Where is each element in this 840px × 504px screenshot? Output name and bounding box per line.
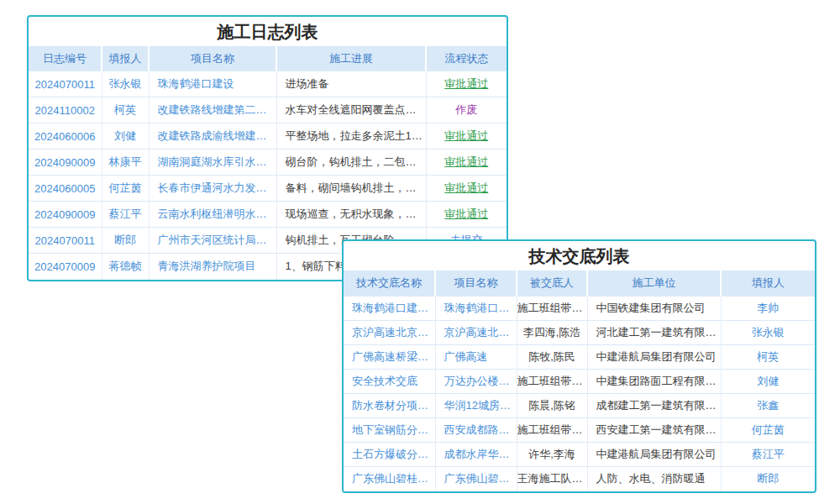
table-row: 珠海鹤港口建设抗浮...珠海鹤港口建设施工班组带班...中国铁建集团有限公司李帅 (344, 297, 815, 321)
log-id-link[interactable]: 2024090009 (29, 150, 102, 176)
receiver-text: 施工班组带班... (517, 370, 587, 394)
reporter-link[interactable]: 蒋德帧 (102, 254, 149, 280)
project-name-link[interactable]: 广州市天河区统计局机房... (149, 228, 276, 254)
progress-text: 备料，砌间墙钩机排土，瓦工... (276, 176, 426, 202)
reporter-link[interactable]: 何芷茵 (102, 176, 149, 202)
progress-text: 现场巡查，无积水现象，水马... (276, 202, 426, 228)
column-header-reporter: 填报人 (102, 46, 149, 71)
disclosure-name-link[interactable]: 安全技术交底 (344, 370, 435, 394)
reporter-link[interactable]: 柯英 (102, 97, 149, 123)
project-name-link[interactable]: 改建铁路线增建第二线直... (149, 97, 276, 123)
construction-unit-text: 中建港航局集团有限公司 (587, 345, 721, 370)
project-name-link[interactable]: 青海洪湖养护院项目 (149, 254, 276, 280)
status-link[interactable]: 作废 (426, 97, 507, 123)
reporter-link[interactable]: 张永银 (721, 321, 815, 345)
status-link[interactable]: 审批通过 (426, 71, 507, 97)
status-link[interactable]: 审批通过 (426, 123, 507, 150)
status-link[interactable]: 审批通过 (426, 150, 507, 176)
project-name-link[interactable]: 西安成都路龙湖上... (435, 418, 517, 443)
construction-unit-text: 人防、水电、消防暖通 (587, 467, 721, 491)
receiver-text: 许华,李海 (517, 443, 587, 467)
disclosure-name-link[interactable]: 土石方爆破分项工程... (344, 443, 435, 467)
column-header-status: 流程状态 (426, 46, 507, 71)
reporter-link[interactable]: 断郎 (721, 467, 815, 491)
table-row: 2024110002柯英改建铁路线增建第二线直...水车对全线遮阳网覆盖点进行.… (29, 97, 507, 123)
table-row: 2024070011张永银珠海鹤港口建设进场准备审批通过 (29, 71, 507, 97)
disclosure-name-link[interactable]: 京沪高速北京段维修... (344, 321, 435, 345)
log-id-link[interactable]: 2024090009 (29, 202, 102, 228)
receiver-text: 施工班组带班... (517, 297, 587, 321)
log-id-link[interactable]: 2024060006 (29, 123, 102, 150)
progress-text: 平整场地，拉走多余泥土15辆... (276, 123, 426, 150)
project-name-link[interactable]: 京沪高速北京段维修 (435, 321, 517, 345)
reporter-link[interactable]: 断郎 (102, 228, 149, 254)
project-name-link[interactable]: 云南水利枢纽潜明水库一... (149, 202, 276, 228)
column-header-project-name: 项目名称 (435, 270, 517, 297)
reporter-link[interactable]: 蔡江平 (721, 443, 815, 467)
status-link[interactable]: 审批通过 (426, 202, 507, 228)
tech-disclosure-title: 技术交底列表 (344, 241, 815, 270)
reporter-link[interactable]: 林康平 (102, 150, 149, 176)
header-row: 日志编号 填报人 项目名称 施工进展 流程状态 (29, 46, 507, 71)
tech-disclosure-panel: 技术交底列表 技术交底名称 项目名称 被交底人 施工单位 填报人 珠海鹤港口建设… (342, 239, 816, 493)
disclosure-name-link[interactable]: 珠海鹤港口建设抗浮... (344, 297, 435, 321)
reporter-link[interactable]: 刘健 (102, 123, 149, 150)
project-name-link[interactable]: 万达办公楼左侧A... (435, 370, 517, 394)
table-row: 京沪高速北京段维修...京沪高速北京段维修李四海,陈浩河北建工第一建筑有限责任公… (344, 321, 815, 345)
log-id-link[interactable]: 2024070009 (29, 254, 102, 280)
receiver-text: 李四海,陈浩 (517, 321, 587, 345)
project-name-link[interactable]: 改建铁路成渝线增建第二... (149, 123, 276, 150)
project-name-link[interactable]: 广东佛山碧桂园项目 (435, 467, 517, 491)
progress-text: 砌台阶，钩机排土，二包砌间... (276, 150, 426, 176)
construction-unit-text: 中国铁建集团有限公司 (587, 297, 721, 321)
reporter-link[interactable]: 柯英 (721, 345, 815, 370)
project-name-link[interactable]: 湖南洞庭湖水库引水工程... (149, 150, 276, 176)
log-id-link[interactable]: 2024070011 (29, 228, 102, 254)
project-name-link[interactable]: 广佛高速 (435, 345, 517, 370)
table-row: 2024060006刘健改建铁路成渝线增建第二...平整场地，拉走多余泥土15辆… (29, 123, 507, 150)
progress-text: 进场准备 (276, 71, 426, 97)
table-row: 安全技术交底万达办公楼左侧A...施工班组带班...中建集团路面工程有限公司刘健 (344, 370, 815, 394)
receiver-text: 陈牧,陈民 (517, 345, 587, 370)
log-id-link[interactable]: 2024060005 (29, 176, 102, 202)
column-header-construction-unit: 施工单位 (587, 270, 721, 297)
project-name-link[interactable]: 长春市伊通河水力发电厂... (149, 176, 276, 202)
receiver-text: 王海施工队全队 (517, 467, 587, 491)
table-row: 2024090009蔡江平云南水利枢纽潜明水库一...现场巡查，无积水现象，水马… (29, 202, 507, 228)
disclosure-name-link[interactable]: 广东佛山碧桂园项目... (344, 467, 435, 491)
reporter-link[interactable]: 张永银 (102, 71, 149, 97)
table-row: 广佛高速桥梁承台施...广佛高速陈牧,陈民中建港航局集团有限公司柯英 (344, 345, 815, 370)
reporter-link[interactable]: 何芷茵 (721, 418, 815, 443)
disclosure-name-link[interactable]: 广佛高速桥梁承台施... (344, 345, 435, 370)
status-link[interactable]: 审批通过 (426, 176, 507, 202)
reporter-link[interactable]: 蔡江平 (102, 202, 149, 228)
disclosure-name-link[interactable]: 地下室钢筋分项工程... (344, 418, 435, 443)
column-header-progress: 施工进展 (276, 46, 426, 71)
column-header-disclosure-name: 技术交底名称 (344, 270, 435, 297)
table-row: 防水卷材分项工程施...华润12城房建工...陈晨,陈铭成都建工第一建筑有限责任… (344, 394, 815, 418)
project-name-link[interactable]: 珠海鹤港口建设 (435, 297, 517, 321)
tech-disclosure-table: 技术交底名称 项目名称 被交底人 施工单位 填报人 珠海鹤港口建设抗浮...珠海… (344, 270, 815, 491)
project-name-link[interactable]: 华润12城房建工... (435, 394, 517, 418)
construction-unit-text: 河北建工第一建筑有限责任公司 (587, 321, 721, 345)
header-row: 技术交底名称 项目名称 被交底人 施工单位 填报人 (344, 270, 815, 297)
construction-log-title: 施工日志列表 (29, 17, 507, 46)
construction-unit-text: 中建港航局集团有限公司 (587, 443, 721, 467)
column-header-project-name: 项目名称 (149, 46, 276, 71)
disclosure-name-link[interactable]: 防水卷材分项工程施... (344, 394, 435, 418)
table-row: 广东佛山碧桂园项目...广东佛山碧桂园项目王海施工队全队人防、水电、消防暖通断郎 (344, 467, 815, 491)
column-header-reporter: 填报人 (721, 270, 815, 297)
reporter-link[interactable]: 张鑫 (721, 394, 815, 418)
reporter-link[interactable]: 刘健 (721, 370, 815, 394)
column-header-log-id: 日志编号 (29, 46, 102, 71)
table-row: 2024060005何芷茵长春市伊通河水力发电厂...备料，砌间墙钩机排土，瓦工… (29, 176, 507, 202)
log-id-link[interactable]: 2024070011 (29, 71, 102, 97)
project-name-link[interactable]: 珠海鹤港口建设 (149, 71, 276, 97)
table-row: 地下室钢筋分项工程...西安成都路龙湖上...施工班组带班...西安建工第一建筑… (344, 418, 815, 443)
project-name-link[interactable]: 成都水岸华庭名苑... (435, 443, 517, 467)
column-header-receiver: 被交底人 (517, 270, 587, 297)
log-id-link[interactable]: 2024110002 (29, 97, 102, 123)
reporter-link[interactable]: 李帅 (721, 297, 815, 321)
construction-unit-text: 西安建工第一建筑有限责任公司 (587, 418, 721, 443)
progress-text: 水车对全线遮阳网覆盖点进行... (276, 97, 426, 123)
